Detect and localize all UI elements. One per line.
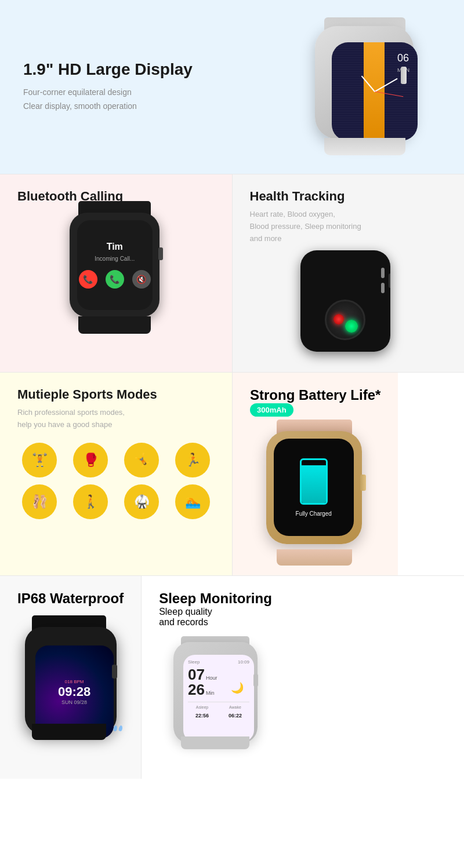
led-green bbox=[345, 320, 358, 333]
row-waterproof-sleep: IP68 Waterproof 018 BPM 09:28 SUN 09/28 bbox=[0, 576, 464, 779]
battery-watch: Fully Charged bbox=[266, 431, 365, 553]
sport-circle-6: 🚶 bbox=[73, 484, 108, 519]
bluetooth-watch: Tim Incoming Call... 📞 📞 🔇 bbox=[70, 213, 162, 320]
health-title: Health Tracking bbox=[250, 189, 447, 204]
watch-silver: 06 MON bbox=[304, 17, 426, 151]
sleep-section: Sleep Monitoring Sleep quality and recor… bbox=[142, 576, 289, 779]
band-bottom bbox=[324, 138, 405, 155]
decline-button[interactable]: 📞 bbox=[79, 270, 97, 289]
hd-title: 1.9" HD Large Display bbox=[23, 60, 290, 79]
hd-watch-image: 06 MON bbox=[290, 17, 441, 156]
hd-desc: Four-corner equilateral design Clear dis… bbox=[23, 86, 290, 114]
battery-label: Fully Charged bbox=[296, 510, 332, 517]
sleep-hours-num: 07 bbox=[188, 667, 205, 682]
hd-display-section: 1.9" HD Large Display Four-corner equila… bbox=[0, 0, 464, 174]
watch-call-crown bbox=[158, 247, 163, 260]
band-bottom-bt bbox=[78, 316, 151, 334]
bluetooth-section: Bluetooth Calling Tim Incoming Call... 📞… bbox=[0, 174, 232, 372]
sport-icon-1: 🏋️ bbox=[17, 443, 61, 477]
waterproof-watch: 018 BPM 09:28 SUN 09/28 bbox=[21, 615, 120, 743]
sleep-footer-stats: Asleep 22:56 Awake 06:22 bbox=[188, 702, 249, 720]
row-sports-battery: Mutieple Sports Modes Rich professional … bbox=[0, 373, 464, 575]
health-watch-container bbox=[250, 250, 447, 358]
sport-circle-8: 🏊 bbox=[175, 484, 210, 519]
awake-label: Awake bbox=[221, 705, 249, 709]
waterproof-section: IP68 Waterproof 018 BPM 09:28 SUN 09/28 bbox=[0, 576, 141, 779]
drop-1 bbox=[113, 725, 117, 732]
sport-circle-5: 🩰 bbox=[22, 484, 57, 519]
battery-section: Strong Battery Life* 300mAh Fully Charge… bbox=[233, 373, 398, 575]
sports-title: Mutieple Sports Modes bbox=[17, 387, 215, 402]
sport-circle-2: 🥊 bbox=[73, 443, 108, 477]
band-gray-bottom bbox=[181, 736, 249, 749]
waterproof-title: IP68 Waterproof bbox=[17, 590, 124, 607]
band-dark2-bottom bbox=[32, 724, 106, 740]
caller-name: Tim bbox=[107, 242, 123, 252]
health-watch bbox=[300, 250, 396, 358]
battery-fill bbox=[302, 465, 326, 503]
sleep-watch: Sleep 10:09 🌙 07 Hour 26 Min bbox=[171, 636, 260, 749]
sleep-watch-container: Sleep 10:09 🌙 07 Hour 26 Min bbox=[159, 636, 272, 749]
sleep-desc: Sleep quality and records bbox=[159, 607, 272, 628]
contact-1 bbox=[381, 268, 385, 278]
sleep-min-num: 26 bbox=[188, 682, 205, 697]
health-crown bbox=[389, 273, 390, 288]
sport-circle-3: 🤸 bbox=[124, 443, 159, 477]
accept-button[interactable]: 📞 bbox=[106, 270, 124, 289]
sport-icon-3: 🤸 bbox=[119, 443, 164, 477]
sleep-hours-unit: Hour bbox=[206, 675, 217, 681]
battery-icon bbox=[300, 458, 328, 505]
hd-text-block: 1.9" HD Large Display Four-corner equila… bbox=[23, 60, 290, 114]
sleep-screen-clock: 10:09 bbox=[238, 659, 249, 665]
awake-val: 06:22 bbox=[229, 713, 242, 719]
watch-call-body: Tim Incoming Call... 📞 📞 🔇 bbox=[70, 213, 160, 317]
sleep-screen-header: Sleep 10:09 bbox=[188, 659, 249, 665]
watch-call-screen: Tim Incoming Call... 📞 📞 🔇 bbox=[77, 220, 153, 310]
battery-watch-container: Fully Charged bbox=[250, 431, 380, 553]
row-bluetooth-health: Bluetooth Calling Tim Incoming Call... 📞… bbox=[0, 174, 464, 372]
sleep-content: 🌙 07 Hour 26 Min bbox=[188, 667, 249, 697]
wp-body: 018 BPM 09:28 SUN 09/28 bbox=[25, 627, 117, 734]
mute-button[interactable]: 🔇 bbox=[132, 270, 151, 289]
sports-desc: Rich professional sports modes,help you … bbox=[17, 407, 215, 431]
water-drops bbox=[114, 725, 122, 731]
health-desc: Heart rate, Blood oxygen,Blood pressure,… bbox=[250, 209, 447, 245]
health-section: Health Tracking Heart rate, Blood oxygen… bbox=[233, 174, 465, 372]
sports-section: Mutieple Sports Modes Rich professional … bbox=[0, 373, 232, 575]
health-watch-body bbox=[300, 250, 390, 352]
sport-circle-1: 🏋️ bbox=[22, 443, 57, 477]
asleep-val: 22:56 bbox=[195, 713, 209, 719]
sensor-circle bbox=[325, 300, 365, 340]
watch-body: 06 MON bbox=[315, 26, 414, 139]
battery-watch-body: Fully Charged bbox=[266, 431, 362, 544]
sport-icon-6: 🚶 bbox=[68, 484, 113, 519]
watch-screen: 06 MON bbox=[332, 42, 418, 141]
sleep-moon-icon: 🌙 bbox=[231, 681, 244, 694]
wp-crown bbox=[112, 665, 117, 679]
sport-circle-4: 🏃 bbox=[175, 443, 210, 477]
waterproof-watch-container: 018 BPM 09:28 SUN 09/28 bbox=[17, 615, 124, 743]
wp-health-reading: 018 BPM bbox=[58, 679, 90, 684]
battery-badge: 300mAh bbox=[250, 403, 293, 417]
sleep-min-unit: Min bbox=[206, 690, 215, 696]
band-peach-bottom bbox=[277, 549, 352, 566]
sleep-hours-row: 07 Hour bbox=[188, 667, 249, 682]
wp-time-display: 018 BPM 09:28 SUN 09/28 bbox=[58, 679, 90, 705]
call-buttons: 📞 📞 🔇 bbox=[79, 270, 151, 289]
asleep-label: Asleep bbox=[188, 705, 216, 709]
sport-icon-4: 🏃 bbox=[171, 443, 215, 477]
sleep-screen: Sleep 10:09 🌙 07 Hour 26 Min bbox=[183, 655, 254, 742]
sensor-contacts bbox=[381, 268, 385, 293]
sleep-title: Sleep Monitoring bbox=[159, 590, 272, 607]
sleep-watch-body: Sleep 10:09 🌙 07 Hour 26 Min bbox=[173, 642, 258, 743]
battery-screen: Fully Charged bbox=[274, 439, 354, 536]
wp-time-big: 09:28 bbox=[58, 684, 90, 699]
sleep-screen-label: Sleep bbox=[188, 659, 200, 665]
contact-2 bbox=[381, 283, 385, 293]
drop-2 bbox=[118, 725, 122, 732]
led-red bbox=[334, 314, 344, 324]
sleep-crown bbox=[253, 674, 258, 687]
sport-icon-8: 🏊 bbox=[171, 484, 215, 519]
sport-icon-2: 🥊 bbox=[68, 443, 113, 477]
battery-crown bbox=[360, 475, 366, 491]
